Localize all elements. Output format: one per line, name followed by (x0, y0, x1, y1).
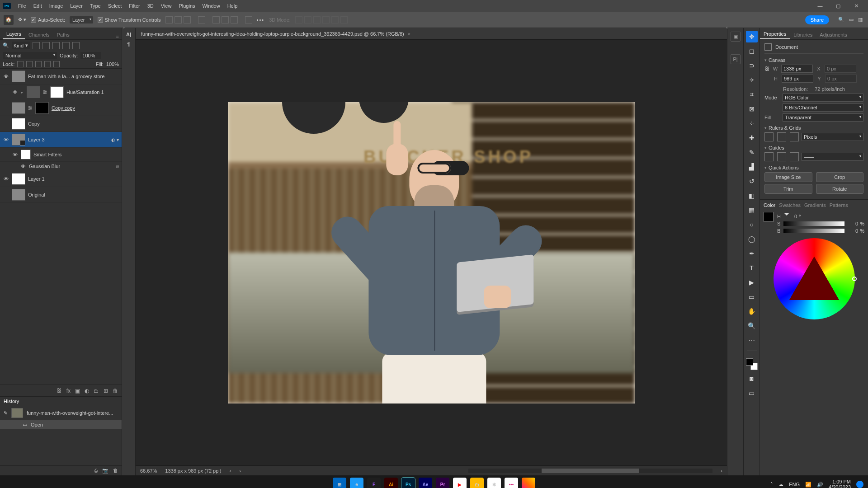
photoshop-icon[interactable]: Ps (401, 478, 415, 488)
menu-filter[interactable]: Filter (125, 3, 143, 9)
guides-icon-2[interactable] (777, 152, 786, 161)
layer-row[interactable]: 👁 Fat man with a la... a grocery store (0, 69, 122, 84)
menu-view[interactable]: View (157, 3, 175, 9)
fill-input[interactable]: 100% (106, 61, 119, 67)
layer-row[interactable]: ⛓ Copy copy (0, 100, 122, 116)
menu-help[interactable]: Help (224, 3, 241, 9)
canvas[interactable]: BUTCHER SHOP (228, 102, 635, 404)
marquee-tool-icon[interactable]: ◻ (746, 45, 758, 57)
guide-color-select[interactable]: —— (802, 153, 863, 161)
stamp-tool-icon[interactable]: ▟ (746, 161, 758, 173)
visibility-icon[interactable]: 👁 (3, 74, 9, 79)
visibility-icon[interactable]: 👁 (20, 164, 26, 169)
tray-chevron-icon[interactable]: ˄ (770, 482, 773, 488)
canvas-y-input[interactable] (825, 75, 857, 83)
history-brush-tool-icon[interactable]: ↺ (746, 175, 758, 187)
guides-icon-3[interactable] (790, 152, 799, 161)
visibility-icon[interactable]: 👁 (3, 176, 9, 182)
home-icon[interactable]: 🏠 (4, 15, 14, 25)
lasso-tool-icon[interactable]: ⊃ (746, 60, 758, 71)
tab-patterns[interactable]: Patterns (830, 202, 848, 209)
lock-transparent-icon[interactable] (17, 61, 24, 67)
adjustment-layer-icon[interactable]: ◐ (85, 388, 89, 394)
dodge-tool-icon[interactable]: ◯ (746, 233, 758, 245)
lock-artboard-icon[interactable] (44, 61, 51, 67)
trim-button[interactable]: Trim (764, 184, 812, 194)
filter-row[interactable]: 👁 Gaussian Blur ⎚ (0, 162, 122, 171)
hand-tool-icon[interactable]: ✋ (746, 305, 758, 317)
new-snapshot-icon[interactable]: 📷 (102, 468, 108, 474)
zoom-tool-icon[interactable]: 🔍 (746, 320, 758, 332)
layer-name[interactable]: Layer 3 (28, 137, 45, 142)
new-layer-icon[interactable]: ⊞ (104, 388, 108, 394)
filter-blending-icon[interactable]: ⎚ (116, 164, 119, 169)
layer-fx-icon[interactable]: fx (66, 388, 71, 394)
wand-tool-icon[interactable]: ✧ (746, 74, 758, 86)
bri-slider[interactable] (783, 229, 844, 233)
mask-thumb[interactable] (35, 102, 49, 114)
delete-state-icon[interactable]: 🗑 (113, 468, 118, 474)
filter-smart-icon[interactable] (72, 42, 80, 49)
document-tab-title[interactable]: funny-man-with-overweight-got-interestin… (141, 31, 404, 37)
menu-type[interactable]: Type (86, 3, 104, 9)
move-tool-icon[interactable]: ✥ (746, 31, 758, 42)
path-select-tool-icon[interactable]: ▶ (746, 277, 758, 288)
filter-shape-icon[interactable] (62, 42, 70, 49)
healing-tool-icon[interactable]: ✚ (746, 132, 758, 144)
layer-name[interactable]: Fat man with a la... a grocery store (28, 74, 104, 79)
lock-position-icon[interactable] (35, 61, 42, 67)
image-size-button[interactable]: Image Size (764, 172, 812, 182)
screen-mode-icon[interactable]: ▭ (746, 387, 758, 399)
workspace-icon[interactable]: ▭ (849, 17, 854, 23)
visibility-icon[interactable]: 👁 (12, 89, 18, 95)
window-close-icon[interactable]: ✕ (847, 1, 865, 11)
panel-icon-2[interactable]: P| (731, 54, 741, 64)
mask-thumb[interactable] (50, 86, 64, 98)
layer-name[interactable]: Hue/Saturation 1 (66, 89, 104, 95)
tab-color[interactable]: Color (764, 202, 775, 209)
tab-layers[interactable]: Layers (3, 29, 25, 39)
menu-window[interactable]: Window (199, 3, 224, 9)
gradient-tool-icon[interactable]: ▦ (746, 204, 758, 216)
youtube-music-icon[interactable]: ▶ (453, 478, 467, 488)
guides-icon-1[interactable] (764, 152, 774, 161)
canvas-height-input[interactable] (782, 75, 813, 83)
lock-image-icon[interactable] (26, 61, 33, 67)
history-step[interactable]: ▭ Open (0, 420, 122, 429)
character-panel-icon[interactable]: A| (126, 32, 131, 37)
search-icon[interactable]: 🔍 (838, 17, 844, 23)
add-mask-icon[interactable]: ▣ (75, 388, 80, 394)
tab-paths[interactable]: Paths (53, 30, 73, 39)
search-filter-icon[interactable]: 🔍 (3, 42, 9, 48)
paragraph-panel-icon[interactable]: ¶ (127, 42, 130, 47)
new-group-icon[interactable]: 🗀 (94, 388, 99, 394)
layer-name[interactable]: Copy copy (52, 105, 75, 111)
asana-icon[interactable]: ••• (505, 478, 518, 488)
create-document-icon[interactable]: ⎙ (94, 468, 98, 474)
tab-channels[interactable]: Channels (25, 30, 53, 39)
clock-time[interactable]: 1:09 PM (829, 479, 851, 484)
window-maximize-icon[interactable]: ▢ (829, 1, 847, 11)
filter-image-icon[interactable] (33, 42, 40, 49)
menu-edit[interactable]: Edit (30, 3, 46, 9)
wifi-icon[interactable]: 📶 (805, 482, 811, 488)
language-indicator[interactable]: ENG (789, 482, 800, 487)
menu-plugins[interactable]: Plugins (175, 3, 198, 9)
auto-select-checkbox[interactable]: ✔Auto-Select: (31, 17, 65, 23)
eyedropper-tool-icon[interactable]: ⁘ (746, 117, 758, 129)
slack-icon[interactable]: ✱ (487, 478, 501, 488)
eraser-tool-icon[interactable]: ◧ (746, 190, 758, 202)
rectangle-tool-icon[interactable]: ▭ (746, 291, 758, 303)
figma-icon[interactable]: F (367, 478, 381, 488)
layer-row[interactable]: Copy (0, 116, 122, 132)
more-options-icon[interactable]: ••• (257, 17, 265, 23)
windows-taskbar[interactable]: ⊞ e F Ai Ps Ae Pr ▶ 🗀 ✱ ••• ˄ ☁ ENG 📶 🔊 … (0, 475, 868, 488)
ps-logo[interactable]: Ps (3, 3, 11, 9)
color-wheel[interactable] (774, 238, 855, 319)
show-transform-checkbox[interactable]: ✔Show Transform Controls (98, 17, 161, 23)
filter-mask-thumb[interactable] (21, 150, 31, 160)
illustrator-icon[interactable]: Ai (384, 478, 398, 488)
tab-properties[interactable]: Properties (760, 29, 790, 39)
auto-select-target[interactable]: Layer (70, 16, 93, 23)
sat-value[interactable]: 0 (846, 221, 858, 226)
